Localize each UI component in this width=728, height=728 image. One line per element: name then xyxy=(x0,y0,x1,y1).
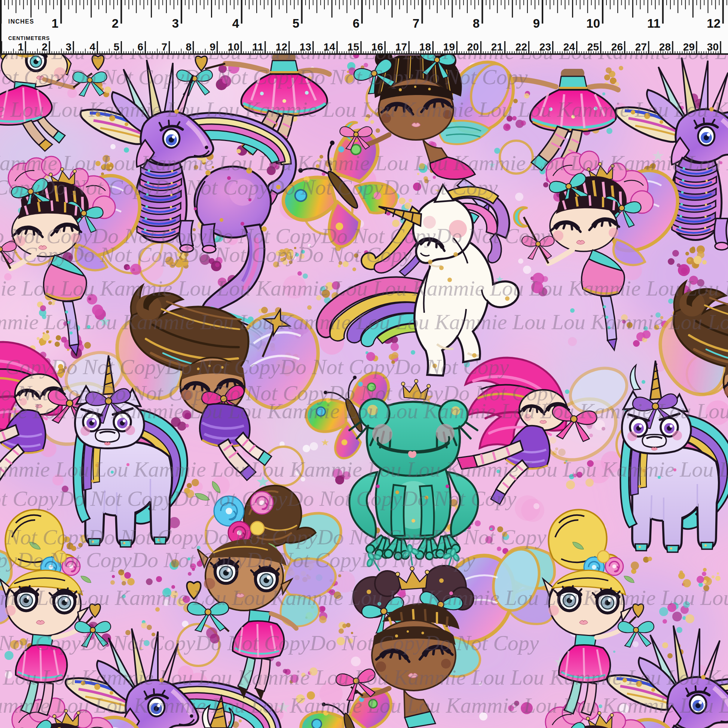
svg-text:20: 20 xyxy=(467,41,479,53)
svg-text:Kammie Lou Lou Kammie Lou Lou: Kammie Lou Lou Kammie Lou Lou Kammie Lou… xyxy=(0,693,728,717)
svg-text:11: 11 xyxy=(252,41,263,53)
svg-text:6: 6 xyxy=(137,41,143,53)
svg-text:Do Not CopyDo Not CopyDo Not C: Do Not CopyDo Not CopyDo Not CopyDo Not … xyxy=(0,631,539,655)
svg-text:12: 12 xyxy=(276,41,287,53)
svg-text:10: 10 xyxy=(228,41,239,53)
svg-text:4: 4 xyxy=(89,41,95,53)
svg-text:Kammie Lou Lou Kammie Lou Lou: Kammie Lou Lou Kammie Lou Lou Kammie Lou… xyxy=(0,310,728,334)
svg-text:14: 14 xyxy=(324,41,336,53)
svg-text:6: 6 xyxy=(353,17,359,30)
svg-text:Kammie Lou Lou Kammie Lou Lou: Kammie Lou Lou Kammie Lou Lou Kammie Lou… xyxy=(0,97,728,122)
svg-text:27: 27 xyxy=(635,41,647,53)
svg-text:2: 2 xyxy=(112,17,119,30)
svg-text:18: 18 xyxy=(419,41,431,53)
svg-text:Do Not CopyDo Not CopyDo Not C: Do Not CopyDo Not CopyDo Not CopyDo Not … xyxy=(0,65,528,89)
svg-text:9: 9 xyxy=(533,17,540,30)
svg-text:8: 8 xyxy=(473,17,480,30)
svg-text:10: 10 xyxy=(586,17,600,30)
svg-text:3: 3 xyxy=(172,17,179,30)
svg-text:CENTIMETERS: CENTIMETERS xyxy=(8,35,50,41)
svg-text:Do Not CopyDo Not CopyDo Not C: Do Not CopyDo Not CopyDo Not CopyDo Not … xyxy=(0,548,476,572)
svg-text:25: 25 xyxy=(587,41,599,53)
svg-text:23: 23 xyxy=(540,41,551,53)
svg-text:Kammie Lou Lou Kammie Lou Lou: Kammie Lou Lou Kammie Lou Lou Kammie Lou… xyxy=(0,586,728,610)
svg-text:8: 8 xyxy=(185,41,191,53)
svg-text:13: 13 xyxy=(300,41,311,53)
svg-text:21: 21 xyxy=(491,41,503,53)
svg-text:Kammie Lou Lou Kammie Lou Lou: Kammie Lou Lou Kammie Lou Lou Kammie Lou… xyxy=(0,457,728,482)
svg-text:Do Not CopyDo Not CopyDo Not C: Do Not CopyDo Not CopyDo Not CopyDo Not … xyxy=(0,175,498,199)
svg-text:17: 17 xyxy=(395,41,407,53)
svg-text:4: 4 xyxy=(232,17,239,30)
svg-text:2: 2 xyxy=(41,41,47,53)
svg-text:11: 11 xyxy=(647,17,660,30)
svg-text:Do Not CopyDo Not CopyDo Not C: Do Not CopyDo Not CopyDo Not CopyDo Not … xyxy=(0,525,546,549)
svg-text:Do Not CopyDo Not CopyDo Not C: Do Not CopyDo Not CopyDo Not CopyDo Not … xyxy=(0,242,412,267)
svg-text:Do Not CopyDo Not CopyDo Not C: Do Not CopyDo Not CopyDo Not CopyDo Not … xyxy=(0,355,509,379)
svg-text:22: 22 xyxy=(515,41,527,53)
svg-text:24: 24 xyxy=(563,41,575,53)
svg-text:5: 5 xyxy=(292,17,299,30)
svg-text:Kammie Lou Lou Kammie Lou Lou: Kammie Lou Lou Kammie Lou Lou Kammie Lou… xyxy=(0,151,728,175)
svg-text:28: 28 xyxy=(659,41,671,53)
svg-text:Do Not CopyDo Not CopyDo Not C: Do Not CopyDo Not CopyDo Not CopyDo Not … xyxy=(0,486,517,511)
svg-text:16: 16 xyxy=(372,41,383,53)
svg-text:3: 3 xyxy=(66,41,72,53)
svg-text:26: 26 xyxy=(611,41,623,53)
svg-text:Kammie Lou Lou Kammie Lou Lou: Kammie Lou Lou Kammie Lou Lou Kammie Lou… xyxy=(0,665,728,690)
svg-text:Kammie Lou Lou Kammie Lou Lou: Kammie Lou Lou Kammie Lou Lou Kammie Lou… xyxy=(0,276,728,300)
svg-text:5: 5 xyxy=(113,41,119,53)
svg-text:1: 1 xyxy=(52,17,58,30)
svg-text:7: 7 xyxy=(413,17,419,30)
svg-text:Kammie Lou Lou Kammie Lou Lou: Kammie Lou Lou Kammie Lou Lou Kammie Lou… xyxy=(0,399,728,423)
svg-text:29: 29 xyxy=(683,41,695,53)
svg-text:15: 15 xyxy=(347,41,359,53)
svg-text:1: 1 xyxy=(18,41,24,53)
svg-text:30: 30 xyxy=(707,41,719,53)
svg-text:INCHES: INCHES xyxy=(8,18,34,25)
svg-text:19: 19 xyxy=(443,41,455,53)
svg-text:9: 9 xyxy=(210,41,216,53)
svg-text:7: 7 xyxy=(161,41,167,53)
svg-text:12: 12 xyxy=(707,17,720,30)
